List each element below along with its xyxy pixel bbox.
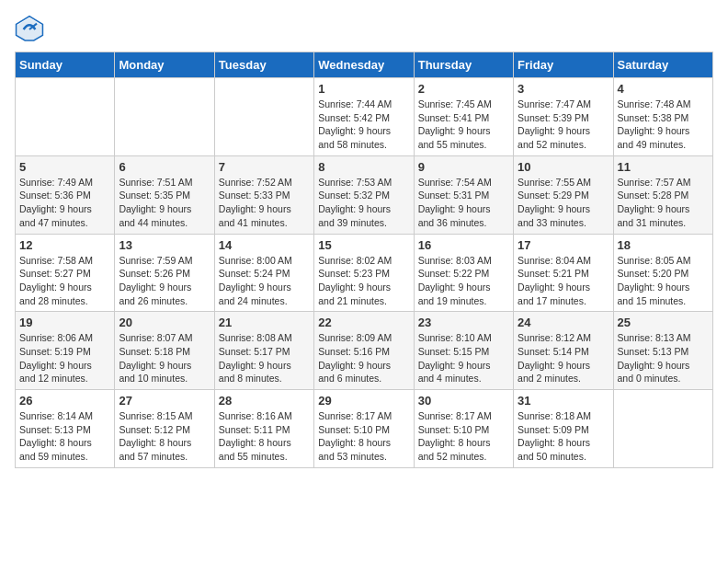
day-info: Sunrise: 7:49 AM Sunset: 5:36 PM Dayligh…	[19, 176, 110, 230]
calendar-cell: 17Sunrise: 8:04 AM Sunset: 5:21 PM Dayli…	[514, 234, 613, 312]
day-number: 6	[119, 160, 210, 174]
calendar-cell: 25Sunrise: 8:13 AM Sunset: 5:13 PM Dayli…	[613, 312, 712, 390]
day-number: 26	[19, 394, 110, 408]
day-info: Sunrise: 7:44 AM Sunset: 5:42 PM Dayligh…	[318, 98, 409, 152]
calendar-header-saturday: Saturday	[613, 52, 712, 78]
calendar-cell: 18Sunrise: 8:05 AM Sunset: 5:20 PM Dayli…	[613, 234, 712, 312]
day-number: 28	[219, 394, 310, 408]
day-info: Sunrise: 8:05 AM Sunset: 5:20 PM Dayligh…	[618, 254, 709, 308]
logo-icon	[15, 15, 44, 44]
calendar-cell: 9Sunrise: 7:54 AM Sunset: 5:31 PM Daylig…	[414, 155, 513, 234]
day-number: 30	[418, 394, 509, 408]
day-info: Sunrise: 7:51 AM Sunset: 5:35 PM Dayligh…	[119, 176, 210, 230]
day-number: 10	[518, 160, 609, 174]
day-info: Sunrise: 8:02 AM Sunset: 5:23 PM Dayligh…	[318, 254, 409, 308]
day-info: Sunrise: 8:16 AM Sunset: 5:11 PM Dayligh…	[219, 409, 310, 464]
day-number: 13	[119, 238, 210, 252]
day-info: Sunrise: 7:59 AM Sunset: 5:26 PM Dayligh…	[119, 254, 210, 308]
day-number: 5	[19, 160, 110, 174]
calendar-cell	[115, 78, 214, 156]
day-info: Sunrise: 8:03 AM Sunset: 5:22 PM Dayligh…	[418, 254, 509, 308]
day-number: 7	[219, 160, 310, 174]
calendar-cell: 2Sunrise: 7:45 AM Sunset: 5:41 PM Daylig…	[414, 78, 513, 156]
day-info: Sunrise: 7:47 AM Sunset: 5:39 PM Dayligh…	[518, 98, 609, 152]
calendar-cell: 21Sunrise: 8:08 AM Sunset: 5:17 PM Dayli…	[214, 312, 313, 390]
calendar-cell: 28Sunrise: 8:16 AM Sunset: 5:11 PM Dayli…	[214, 390, 313, 468]
calendar-cell: 3Sunrise: 7:47 AM Sunset: 5:39 PM Daylig…	[514, 78, 613, 156]
calendar-cell: 8Sunrise: 7:53 AM Sunset: 5:32 PM Daylig…	[314, 155, 414, 234]
day-info: Sunrise: 7:53 AM Sunset: 5:32 PM Dayligh…	[318, 176, 409, 230]
calendar-cell	[613, 390, 712, 468]
calendar-cell: 15Sunrise: 8:02 AM Sunset: 5:23 PM Dayli…	[314, 234, 414, 312]
calendar-header-thursday: Thursday	[414, 52, 513, 78]
calendar-cell: 29Sunrise: 8:17 AM Sunset: 5:10 PM Dayli…	[314, 390, 414, 468]
calendar-cell: 5Sunrise: 7:49 AM Sunset: 5:36 PM Daylig…	[16, 155, 115, 234]
day-info: Sunrise: 8:04 AM Sunset: 5:21 PM Dayligh…	[518, 254, 609, 308]
calendar-cell: 16Sunrise: 8:03 AM Sunset: 5:22 PM Dayli…	[414, 234, 513, 312]
day-info: Sunrise: 8:15 AM Sunset: 5:12 PM Dayligh…	[119, 409, 210, 464]
calendar-week-row: 1Sunrise: 7:44 AM Sunset: 5:42 PM Daylig…	[16, 78, 713, 156]
calendar-week-row: 12Sunrise: 7:58 AM Sunset: 5:27 PM Dayli…	[16, 234, 713, 312]
calendar-cell: 4Sunrise: 7:48 AM Sunset: 5:38 PM Daylig…	[613, 78, 712, 156]
calendar-header-wednesday: Wednesday	[314, 52, 414, 78]
calendar-header-row: SundayMondayTuesdayWednesdayThursdayFrid…	[16, 52, 713, 78]
day-number: 9	[418, 160, 509, 174]
day-info: Sunrise: 7:45 AM Sunset: 5:41 PM Dayligh…	[418, 98, 509, 152]
calendar-cell: 11Sunrise: 7:57 AM Sunset: 5:28 PM Dayli…	[613, 155, 712, 234]
day-info: Sunrise: 7:52 AM Sunset: 5:33 PM Dayligh…	[219, 176, 310, 230]
calendar-cell: 14Sunrise: 8:00 AM Sunset: 5:24 PM Dayli…	[214, 234, 313, 312]
day-info: Sunrise: 8:13 AM Sunset: 5:13 PM Dayligh…	[618, 331, 709, 385]
day-info: Sunrise: 8:07 AM Sunset: 5:18 PM Dayligh…	[119, 331, 210, 385]
day-info: Sunrise: 8:09 AM Sunset: 5:16 PM Dayligh…	[318, 331, 409, 385]
calendar-cell: 22Sunrise: 8:09 AM Sunset: 5:16 PM Dayli…	[314, 312, 414, 390]
calendar-cell: 10Sunrise: 7:55 AM Sunset: 5:29 PM Dayli…	[514, 155, 613, 234]
calendar-cell: 26Sunrise: 8:14 AM Sunset: 5:13 PM Dayli…	[16, 390, 115, 468]
calendar-cell: 27Sunrise: 8:15 AM Sunset: 5:12 PM Dayli…	[115, 390, 214, 468]
logo	[15, 15, 48, 44]
calendar-week-row: 5Sunrise: 7:49 AM Sunset: 5:36 PM Daylig…	[16, 155, 713, 234]
day-number: 8	[318, 160, 409, 174]
calendar-cell: 19Sunrise: 8:06 AM Sunset: 5:19 PM Dayli…	[16, 312, 115, 390]
day-info: Sunrise: 8:08 AM Sunset: 5:17 PM Dayligh…	[219, 331, 310, 385]
day-info: Sunrise: 7:54 AM Sunset: 5:31 PM Dayligh…	[418, 176, 509, 230]
calendar-cell: 13Sunrise: 7:59 AM Sunset: 5:26 PM Dayli…	[115, 234, 214, 312]
day-number: 11	[618, 160, 709, 174]
day-number: 23	[418, 316, 509, 329]
calendar-cell: 23Sunrise: 8:10 AM Sunset: 5:15 PM Dayli…	[414, 312, 513, 390]
day-info: Sunrise: 8:00 AM Sunset: 5:24 PM Dayligh…	[219, 254, 310, 308]
day-number: 21	[219, 316, 310, 329]
calendar-cell: 1Sunrise: 7:44 AM Sunset: 5:42 PM Daylig…	[314, 78, 414, 156]
day-number: 15	[318, 238, 409, 252]
day-info: Sunrise: 7:57 AM Sunset: 5:28 PM Dayligh…	[618, 176, 709, 230]
day-number: 17	[518, 238, 609, 252]
day-info: Sunrise: 8:12 AM Sunset: 5:14 PM Dayligh…	[518, 331, 609, 385]
day-info: Sunrise: 8:18 AM Sunset: 5:09 PM Dayligh…	[518, 409, 609, 464]
calendar-header-friday: Friday	[514, 52, 613, 78]
calendar-cell: 30Sunrise: 8:17 AM Sunset: 5:10 PM Dayli…	[414, 390, 513, 468]
calendar-header-monday: Monday	[115, 52, 214, 78]
day-info: Sunrise: 7:55 AM Sunset: 5:29 PM Dayligh…	[518, 176, 609, 230]
day-number: 16	[418, 238, 509, 252]
calendar-cell: 31Sunrise: 8:18 AM Sunset: 5:09 PM Dayli…	[514, 390, 613, 468]
day-number: 4	[618, 82, 709, 96]
calendar-cell: 12Sunrise: 7:58 AM Sunset: 5:27 PM Dayli…	[16, 234, 115, 312]
calendar-cell: 7Sunrise: 7:52 AM Sunset: 5:33 PM Daylig…	[214, 155, 313, 234]
calendar-week-row: 19Sunrise: 8:06 AM Sunset: 5:19 PM Dayli…	[16, 312, 713, 390]
day-number: 18	[618, 238, 709, 252]
day-info: Sunrise: 8:17 AM Sunset: 5:10 PM Dayligh…	[418, 409, 509, 464]
day-number: 20	[119, 316, 210, 329]
day-number: 22	[318, 316, 409, 329]
day-info: Sunrise: 8:14 AM Sunset: 5:13 PM Dayligh…	[19, 409, 110, 464]
day-number: 19	[19, 316, 110, 329]
page-header	[15, 15, 713, 44]
day-number: 2	[418, 82, 509, 96]
day-number: 1	[318, 82, 409, 96]
day-info: Sunrise: 8:17 AM Sunset: 5:10 PM Dayligh…	[318, 409, 409, 464]
day-info: Sunrise: 7:48 AM Sunset: 5:38 PM Dayligh…	[618, 98, 709, 152]
day-number: 27	[119, 394, 210, 408]
calendar-cell	[16, 78, 115, 156]
calendar-cell	[214, 78, 313, 156]
day-info: Sunrise: 8:06 AM Sunset: 5:19 PM Dayligh…	[19, 331, 110, 385]
day-number: 24	[518, 316, 609, 329]
calendar-header-tuesday: Tuesday	[214, 52, 313, 78]
